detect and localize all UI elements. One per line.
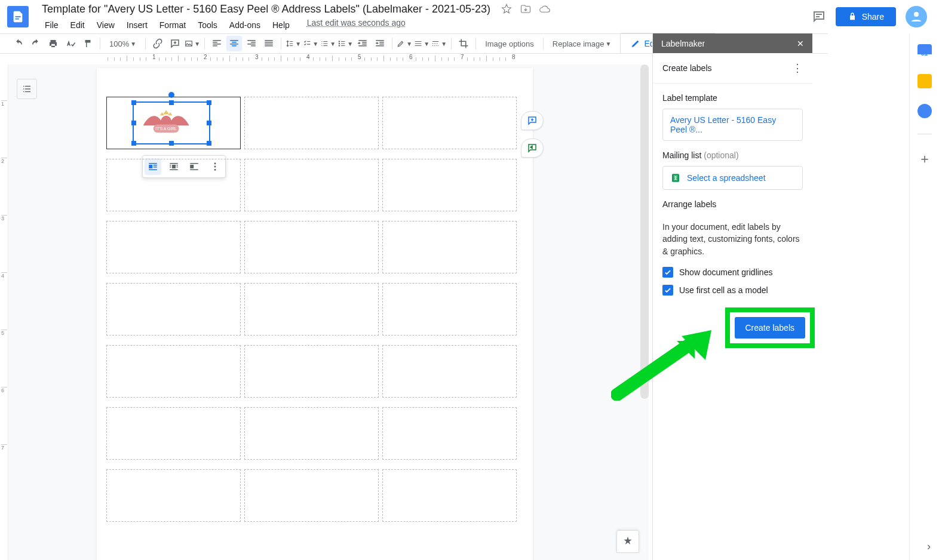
label-cell[interactable] <box>382 283 517 336</box>
label-cell[interactable] <box>382 345 517 398</box>
vruler-mark: 6 <box>1 387 7 393</box>
label-cell[interactable] <box>382 221 517 273</box>
rail-separator <box>917 134 932 134</box>
indent-decrease-button[interactable] <box>355 36 370 51</box>
arrange-description: In your document, edit labels by adding … <box>662 221 803 257</box>
pencil-icon <box>631 39 640 48</box>
indent-increase-button[interactable] <box>372 36 388 51</box>
calendar-addon-icon[interactable]: 31 <box>917 44 932 59</box>
add-comment-button[interactable] <box>167 36 183 51</box>
document-title[interactable]: Template for "Avery US Letter - 5160 Eas… <box>39 2 493 17</box>
share-button[interactable]: Share <box>836 7 896 26</box>
crop-image-button[interactable] <box>456 36 471 51</box>
template-select-button[interactable]: Avery US Letter - 5160 Easy Peel ®... <box>662 109 803 141</box>
menu-insert[interactable]: Insert <box>121 18 153 32</box>
docs-app-icon[interactable] <box>7 6 29 27</box>
explore-button[interactable] <box>616 530 639 553</box>
align-center-button[interactable] <box>226 36 242 51</box>
star-icon[interactable] <box>501 4 512 14</box>
first-cell-label: Use first cell as a model <box>679 285 768 295</box>
annotation-highlight: Create labels <box>725 307 815 348</box>
label-cell[interactable] <box>244 221 379 273</box>
label-cell[interactable] <box>106 345 241 398</box>
print-button[interactable] <box>45 36 61 51</box>
tasks-addon-icon[interactable] <box>917 104 932 118</box>
first-cell-checkbox[interactable]: Use first cell as a model <box>662 285 803 296</box>
show-outline-button[interactable] <box>17 79 37 99</box>
border-dash-button[interactable]: ▼ <box>431 36 447 51</box>
border-color-button[interactable]: ▼ <box>397 36 412 51</box>
checklist-button[interactable]: ▼ <box>303 36 318 51</box>
label-cell[interactable] <box>106 159 241 211</box>
get-addons-button[interactable]: ＋ <box>918 150 931 168</box>
spellcheck-button[interactable] <box>63 36 78 51</box>
paint-format-button[interactable] <box>80 36 96 51</box>
add-comment-bubble[interactable] <box>521 111 544 130</box>
label-cell[interactable] <box>382 407 517 460</box>
label-cell[interactable] <box>106 221 241 273</box>
page-1[interactable]: IT'S A GIRL <box>97 68 533 560</box>
align-left-button[interactable] <box>209 36 225 51</box>
label-cell[interactable] <box>244 345 379 398</box>
template-value: Avery US Letter - 5160 Easy Peel ®... <box>670 115 795 134</box>
label-cell[interactable] <box>244 283 379 336</box>
arrange-title: Arrange labels <box>662 199 803 209</box>
addon-close-icon[interactable]: ✕ <box>797 39 804 48</box>
label-cell[interactable] <box>382 469 517 522</box>
vruler-mark: 5 <box>1 330 7 336</box>
addon-menu-icon[interactable]: ⋮ <box>792 61 803 75</box>
align-justify-button[interactable] <box>261 36 277 51</box>
align-right-button[interactable] <box>244 36 259 51</box>
svg-point-2 <box>914 12 919 17</box>
insert-image-button[interactable]: ▼ <box>185 36 200 51</box>
label-cell[interactable] <box>382 97 517 149</box>
replace-image-label: Replace image <box>553 39 604 48</box>
menu-format[interactable]: Format <box>154 18 191 32</box>
gridlines-checkbox[interactable]: Show document gridlines <box>662 267 803 278</box>
account-avatar[interactable] <box>906 6 927 27</box>
line-spacing-button[interactable]: ▼ <box>286 36 301 51</box>
image-options-button[interactable]: Image options <box>480 36 539 51</box>
select-spreadsheet-button[interactable]: Select a spreadsheet <box>662 166 803 190</box>
cloud-status-icon[interactable] <box>539 4 550 14</box>
menu-file[interactable]: File <box>39 18 64 32</box>
label-cell[interactable] <box>106 469 241 522</box>
vertical-ruler[interactable]: 1234567 <box>0 64 8 560</box>
keep-addon-icon[interactable] <box>917 74 932 88</box>
image-options-label: Image options <box>485 39 534 48</box>
comments-history-icon[interactable] <box>812 10 826 24</box>
menu-addons[interactable]: Add-ons <box>224 18 266 32</box>
label-cell[interactable] <box>244 159 379 211</box>
move-folder-icon[interactable] <box>520 4 531 14</box>
last-edit-link[interactable]: Last edit was seconds ago <box>307 18 406 32</box>
label-cell[interactable] <box>106 407 241 460</box>
document-canvas[interactable]: IT'S A GIRL <box>8 64 649 560</box>
undo-button[interactable] <box>11 36 26 51</box>
image-selection-box[interactable] <box>133 101 210 144</box>
label-cell[interactable] <box>244 407 379 460</box>
menu-view[interactable]: View <box>91 18 120 32</box>
create-labels-button[interactable]: Create labels <box>735 317 806 339</box>
bulleted-list-button[interactable]: ▼ <box>337 36 353 51</box>
label-cell[interactable] <box>106 283 241 336</box>
ruler-mark: 8 <box>512 54 515 60</box>
hide-side-panel-button[interactable]: › <box>927 540 931 553</box>
menu-tools[interactable]: Tools <box>192 18 223 32</box>
menu-edit[interactable]: Edit <box>65 18 90 32</box>
vruler-mark: 1 <box>1 100 7 107</box>
rotate-handle[interactable] <box>168 92 174 98</box>
label-template-title: Label template <box>662 93 803 103</box>
border-weight-button[interactable]: ▼ <box>414 36 429 51</box>
suggest-edits-bubble[interactable] <box>521 139 544 158</box>
redo-button[interactable] <box>28 36 44 51</box>
zoom-select[interactable]: 100%▼ <box>105 36 141 51</box>
insert-link-button[interactable] <box>150 36 165 51</box>
svg-rect-0 <box>15 16 20 17</box>
label-cell[interactable] <box>382 159 517 211</box>
numbered-list-button[interactable]: ▼ <box>320 36 336 51</box>
lock-icon <box>848 12 857 21</box>
label-cell[interactable] <box>244 97 379 149</box>
menu-help[interactable]: Help <box>267 18 295 32</box>
replace-image-button[interactable]: Replace image▼ <box>548 36 616 51</box>
label-cell[interactable] <box>244 469 379 522</box>
